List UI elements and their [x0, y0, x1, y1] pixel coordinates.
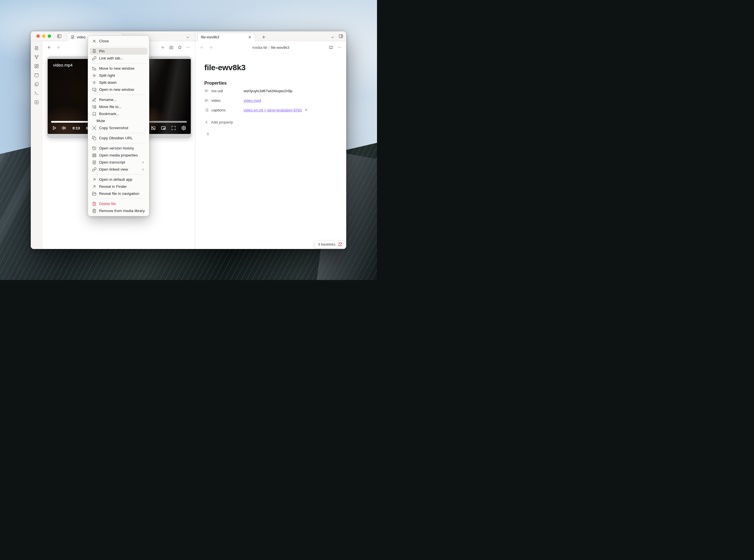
remove-property-value-icon[interactable]: ✕: [305, 107, 308, 113]
menu-item-open-media-properties[interactable]: Open media properties: [90, 152, 147, 159]
menu-item-open-version-history[interactable]: Open version history: [90, 145, 147, 152]
menu-item-close[interactable]: Close: [90, 38, 147, 44]
file-search-icon[interactable]: [34, 46, 39, 51]
tab-file-ewv8k3[interactable]: file-ewv8k3: [197, 33, 255, 41]
property-key[interactable]: video: [211, 98, 244, 103]
forward-arrow-icon[interactable]: [209, 45, 213, 49]
table-icon: [92, 153, 97, 158]
breadcrumb-parent[interactable]: media-lib: [252, 45, 267, 49]
settings-gear-icon[interactable]: [181, 125, 186, 131]
bookmark-icon: [92, 112, 97, 116]
breadcrumb-separator: /: [269, 45, 270, 49]
breadcrumb: media-lib / file-ewv8k3: [218, 41, 324, 54]
graph-icon[interactable]: [34, 55, 39, 60]
menu-item-mute[interactable]: Mute: [90, 117, 147, 124]
minimize-window-button[interactable]: [42, 34, 45, 38]
menu-item-copy-obsidian-url[interactable]: Copy Obsidian URL: [90, 135, 147, 142]
menu-item-open-in-default-app[interactable]: Open in default app: [90, 176, 147, 183]
property-row-captions: captions video.en.vtt > lang=en&label=EN…: [204, 105, 341, 115]
star-icon[interactable]: [177, 45, 182, 49]
panel-left-toggle-icon[interactable]: [57, 34, 62, 39]
menu-item-bookmark[interactable]: Bookmark...: [90, 110, 147, 117]
back-arrow-icon[interactable]: [200, 45, 204, 49]
menu-item-link-with-tab[interactable]: Link with tab...: [90, 55, 147, 62]
list-property-icon[interactable]: [204, 108, 209, 112]
copy-icon: [92, 136, 97, 140]
backlinks-label: 3 backlinks: [318, 242, 335, 246]
menu-item-open-linked-view[interactable]: Open linked view: [90, 166, 147, 173]
more-options-icon[interactable]: [337, 45, 342, 49]
menu-item-remove-from-media-library[interactable]: Remove from media library: [90, 207, 147, 214]
menu-item-delete-file[interactable]: Delete file: [90, 200, 147, 207]
menu-item-rename[interactable]: Rename...: [90, 96, 147, 103]
copy-files-icon[interactable]: [34, 82, 39, 86]
split-right-icon: [92, 73, 97, 78]
arrow-up-right-icon: [92, 177, 97, 182]
camera-icon[interactable]: [169, 45, 174, 49]
desktop: video file-ewv8k3: [0, 0, 377, 280]
volume-icon[interactable]: [61, 125, 66, 131]
tab-context-menu: Close Pin Link with tab... Move to new w…: [88, 36, 149, 216]
new-window-icon: [92, 87, 97, 92]
close-window-button[interactable]: [36, 34, 40, 38]
media-library-icon[interactable]: [34, 100, 39, 105]
property-value-link[interactable]: video.en.vtt > lang=en&label=ENG: [244, 108, 302, 112]
menu-item-split-right[interactable]: Split right: [90, 72, 147, 79]
video-file-icon: [71, 35, 75, 39]
play-icon[interactable]: [52, 125, 57, 131]
add-media-button[interactable]: [160, 45, 165, 49]
menu-item-reveal-in-finder[interactable]: Reveal in Finder: [90, 183, 147, 190]
add-property-button[interactable]: Add property: [204, 120, 341, 124]
menu-item-pin[interactable]: Pin: [90, 48, 147, 55]
right-pane: media-lib / file-ewv8k3 file-ewv8k3 Prop…: [195, 41, 346, 249]
dashboard-icon[interactable]: [34, 64, 39, 68]
breadcrumb-current[interactable]: file-ewv8k3: [271, 45, 289, 49]
text-property-icon[interactable]: [204, 88, 209, 93]
terminal-icon[interactable]: [34, 91, 39, 96]
move-window-icon: [92, 66, 97, 71]
note-title[interactable]: file-ewv8k3: [204, 63, 341, 72]
tab-list-chevron-down-icon[interactable]: [186, 35, 190, 39]
line-number: 6: [204, 132, 341, 136]
tab-list-chevron-down-right-icon[interactable]: [330, 35, 335, 39]
property-value-link[interactable]: video.mp4: [244, 98, 261, 103]
menu-item-move-file-to[interactable]: Move file to...: [90, 103, 147, 110]
sync-off-icon: [338, 242, 342, 246]
add-property-label: Add property: [211, 120, 233, 124]
fullscreen-icon[interactable]: [171, 125, 176, 131]
forward-arrow-icon[interactable]: [56, 45, 60, 49]
menu-item-move-to-new-window[interactable]: Move to new window: [90, 65, 147, 72]
back-arrow-icon[interactable]: [47, 45, 52, 49]
property-row-video: video video.mp4: [204, 96, 341, 105]
new-tab-button[interactable]: [261, 35, 266, 39]
captions-off-icon[interactable]: [151, 125, 156, 131]
zoom-window-button[interactable]: [48, 34, 51, 38]
chevron-right-icon: [141, 167, 145, 172]
picture-in-picture-icon[interactable]: [161, 125, 166, 131]
menu-item-open-in-new-window[interactable]: Open in new window: [90, 86, 147, 93]
menu-item-open-transcript[interactable]: Open transcript: [90, 159, 147, 166]
menu-item-reveal-file-in-navigation[interactable]: Reveal file in navigation: [90, 190, 147, 197]
close-tab-icon[interactable]: [248, 35, 252, 39]
reading-mode-icon[interactable]: [329, 45, 333, 49]
properties-heading[interactable]: Properties: [204, 81, 341, 86]
more-options-icon[interactable]: [186, 45, 191, 49]
property-key[interactable]: captions: [211, 108, 244, 112]
pane-divider[interactable]: [195, 32, 195, 249]
property-row-mx-uid: mx-uid we0yuyls3d67wt34xqao2n9p: [204, 86, 341, 95]
backlinks-status-pill[interactable]: 3 backlinks: [314, 241, 345, 248]
menu-separator: [92, 63, 145, 63]
property-value[interactable]: we0yuyls3d67wt34xqao2n9p: [244, 89, 292, 93]
pin-icon: [92, 49, 97, 54]
history-icon: [92, 146, 97, 151]
calendar-icon[interactable]: [34, 73, 39, 78]
menu-item-copy-screenshot[interactable]: Copy Screenshot: [90, 124, 147, 132]
tab-bar: video file-ewv8k3: [31, 31, 346, 41]
panel-right-toggle-icon[interactable]: [339, 34, 343, 39]
menu-item-split-down[interactable]: Split down: [90, 79, 147, 86]
trash-icon: [92, 209, 97, 213]
text-property-icon[interactable]: [204, 98, 209, 103]
link-icon: [92, 167, 97, 172]
split-down-icon: [92, 80, 97, 85]
property-key[interactable]: mx-uid: [211, 89, 244, 93]
